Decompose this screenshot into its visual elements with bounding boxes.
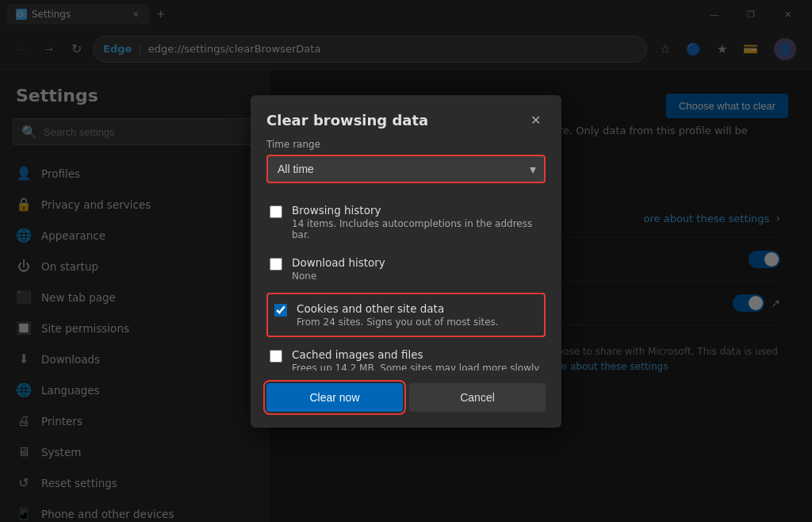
browsing-history-text: Browsing history 14 items. Includes auto…: [292, 204, 542, 240]
cached-title: Cached images and files: [292, 348, 542, 361]
time-range-select[interactable]: All time Last 4 weeks Last 7 days Last 2…: [266, 155, 546, 183]
browsing-history-desc: 14 items. Includes autocompletions in th…: [292, 218, 542, 240]
download-history-text: Download history None: [292, 256, 385, 282]
browsing-history-title: Browsing history: [292, 204, 542, 217]
cookies-text: Cookies and other site data From 24 site…: [297, 302, 499, 328]
download-history-checkbox[interactable]: [270, 258, 282, 271]
dialog-header: Clear browsing data ✕: [251, 95, 561, 139]
clear-now-button[interactable]: Clear now: [266, 383, 403, 412]
dialog-title: Clear browsing data: [266, 112, 428, 129]
check-item-download-history: Download history None: [266, 248, 546, 290]
modal-backdrop: Clear browsing data ✕ Time range All tim…: [0, 0, 812, 522]
cookies-desc: From 24 sites. Signs you out of most sit…: [297, 317, 499, 328]
dialog-close-button[interactable]: ✕: [526, 111, 546, 129]
dialog-body: Time range All time Last 4 weeks Last 7 …: [251, 139, 561, 370]
check-item-cached: Cached images and files Frees up 14.2 MB…: [266, 340, 546, 370]
checkbox-list: Browsing history 14 items. Includes auto…: [266, 196, 546, 370]
cached-text: Cached images and files Frees up 14.2 MB…: [292, 348, 542, 370]
cookies-checkbox[interactable]: [274, 304, 287, 317]
browsing-history-checkbox[interactable]: [270, 205, 282, 218]
cancel-button[interactable]: Cancel: [409, 383, 546, 412]
check-item-cookies: Cookies and other site data From 24 site…: [266, 293, 546, 337]
dialog-footer: Clear now Cancel: [251, 370, 561, 428]
time-range-wrapper: All time Last 4 weeks Last 7 days Last 2…: [266, 155, 546, 183]
cookies-title: Cookies and other site data: [297, 302, 499, 315]
download-history-title: Download history: [292, 256, 385, 269]
clear-browsing-data-dialog: Clear browsing data ✕ Time range All tim…: [251, 95, 561, 428]
check-item-browsing-history: Browsing history 14 items. Includes auto…: [266, 196, 546, 248]
cached-desc: Frees up 14.2 MB. Some sites may load mo…: [292, 363, 542, 370]
time-range-label: Time range: [266, 139, 546, 150]
download-history-desc: None: [292, 271, 385, 282]
cached-checkbox[interactable]: [270, 350, 282, 363]
